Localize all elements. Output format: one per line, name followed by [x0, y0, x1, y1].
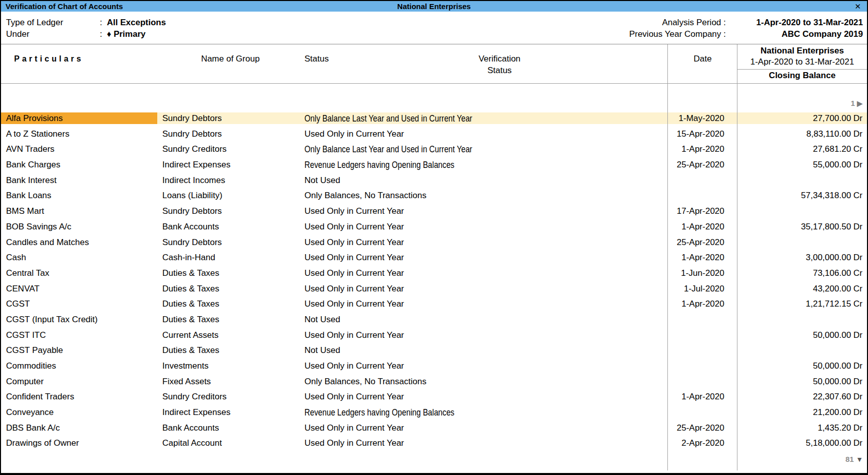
status-text-condensed: Revenue Ledgers having Opening Balances — [304, 406, 454, 418]
cell-date: 1-Jul-2020 — [668, 283, 737, 294]
cell-name-of-group: Cash-in-Hand — [157, 252, 303, 263]
type-of-ledger-row: Type of Ledger:All Exceptions — [6, 17, 166, 28]
cell-status: Used Only in Current Year — [303, 236, 668, 248]
cell-date: 1-Apr-2020 — [668, 391, 737, 402]
under-label: Under — [6, 28, 100, 40]
report-info-right: Analysis Period :1-Apr-2020 to 31-Mar-20… — [629, 17, 863, 44]
cell-date — [668, 376, 737, 387]
cell-particulars: Commodities — [1, 360, 157, 372]
cell-closing-balance — [737, 344, 867, 356]
cell-name-of-group: Bank Accounts — [157, 422, 303, 434]
cell-closing-balance — [737, 314, 867, 325]
cell-status: Used Only in Current Year — [303, 329, 668, 341]
cell-closing-balance — [737, 205, 867, 217]
cell-date: 15-Apr-2020 — [668, 128, 737, 140]
cell-name-of-group: Sundry Creditors — [157, 391, 303, 402]
cell-closing-balance: 55,000.00 Dr — [737, 159, 867, 170]
cell-status: Only Balances, No Transactions — [303, 376, 668, 387]
cell-status: Used Only in Current Year — [303, 205, 668, 217]
cell-name-of-group: Bank Accounts — [157, 221, 303, 232]
report-info-header: Type of Ledger:All Exceptions Under:♦ Pr… — [1, 12, 867, 44]
page-indicator-top[interactable]: 1 ▶ — [851, 99, 862, 107]
cell-closing-balance: 50,000.00 Dr — [737, 329, 867, 341]
cell-name-of-group: Sundry Debtors — [157, 236, 303, 248]
cell-status: Used Only in Current Year — [303, 422, 668, 434]
analysis-period-label: Analysis Period : — [662, 18, 726, 27]
cell-particulars: CGST ITC — [1, 329, 157, 341]
cell-closing-balance: 50,000.00 Dr — [737, 360, 867, 372]
cell-date: 1-Jun-2020 — [668, 267, 737, 279]
cell-name-of-group: Sundry Creditors — [157, 143, 303, 155]
col-header-status: Status — [303, 44, 331, 83]
cell-date: 1-May-2020 — [668, 112, 737, 124]
cell-closing-balance: 73,106.00 Cr — [737, 267, 867, 279]
title-company-name: National Enterprises — [397, 2, 471, 11]
cell-status: Revenue Ledgers having Opening Balances — [303, 406, 668, 418]
cell-closing-balance: 3,00,000.00 Dr — [737, 252, 867, 263]
cell-name-of-group: Capital Account — [157, 437, 303, 449]
cell-particulars: BMS Mart — [1, 205, 157, 217]
status-text-condensed: Only Balance Last Year and Used in Curre… — [304, 112, 472, 124]
cell-name-of-group: Duties & Taxes — [157, 283, 303, 294]
page-indicator-bottom[interactable]: 81 ▼ — [845, 455, 863, 463]
cell-name-of-group: Fixed Assets — [157, 376, 303, 387]
close-icon[interactable]: ✕ — [854, 2, 861, 11]
report-info-left: Type of Ledger:All Exceptions Under:♦ Pr… — [6, 17, 166, 44]
closing-balance-period: 1-Apr-2020 to 31-Mar-2021 — [737, 56, 867, 68]
cell-date — [668, 174, 737, 186]
cell-particulars: CGST (Input Tax Credit) — [1, 314, 157, 325]
analysis-period-row: Analysis Period :1-Apr-2020 to 31-Mar-20… — [629, 17, 863, 28]
cell-closing-balance: 57,34,318.00 Cr — [737, 190, 867, 201]
cell-name-of-group: Loans (Liability) — [157, 190, 303, 201]
col-header-particulars: Particulars — [1, 44, 157, 83]
cell-status: Used Only in Current Year — [303, 252, 668, 263]
cell-particulars: Candles and Matches — [1, 236, 157, 248]
cell-name-of-group: Duties & Taxes — [157, 314, 303, 325]
cell-name-of-group: Sundry Debtors — [157, 112, 303, 124]
cell-name-of-group: Duties & Taxes — [157, 344, 303, 356]
cell-status: Used Only in Current Year — [303, 267, 668, 279]
analysis-period-value: 1-Apr-2020 to 31-Mar-2021 — [726, 17, 863, 28]
cell-status: Only Balance Last Year and Used in Curre… — [303, 143, 668, 155]
type-of-ledger-value[interactable]: All Exceptions — [107, 18, 166, 27]
col-header-name-of-group: Name of Group — [157, 44, 303, 83]
cell-status: Revenue Ledgers having Opening Balances — [303, 159, 668, 170]
closing-balance-title: Closing Balance — [737, 69, 867, 82]
cell-closing-balance: 8,83,110.00 Dr — [737, 128, 867, 140]
cell-status: Used Only in Current Year — [303, 298, 668, 310]
cell-name-of-group: Indirect Incomes — [157, 174, 303, 186]
cell-closing-balance: 43,200.00 Cr — [737, 283, 867, 294]
page-number-bottom: 81 — [845, 455, 854, 463]
cell-closing-balance: 50,000.00 Dr — [737, 376, 867, 387]
under-value[interactable]: ♦ Primary — [107, 29, 146, 39]
cell-closing-balance: 27,700.00 Dr — [737, 112, 867, 124]
cell-particulars: Cash — [1, 252, 157, 263]
cell-date: 25-Apr-2020 — [668, 422, 737, 434]
cell-closing-balance: 35,17,800.50 Dr — [737, 221, 867, 232]
col-header-closing-balance: National Enterprises 1-Apr-2020 to 31-Ma… — [737, 44, 867, 83]
cell-status: Not Used — [303, 174, 668, 186]
cell-name-of-group: Duties & Taxes — [157, 267, 303, 279]
cell-closing-balance: 21,200.00 Dr — [737, 406, 867, 418]
cell-date — [668, 406, 737, 418]
cell-status: Not Used — [303, 344, 668, 356]
cell-particulars: CENVAT — [1, 283, 157, 294]
cell-particulars: DBS Bank A/c — [1, 422, 157, 434]
scroll-down-icon[interactable]: ▼ — [856, 455, 863, 463]
col-header-date: Date — [668, 44, 737, 83]
cell-status: Used Only in Current Year — [303, 360, 668, 372]
scroll-right-icon[interactable]: ▶ — [857, 99, 862, 107]
cell-name-of-group: Investments — [157, 360, 303, 372]
cell-name-of-group: Indirect Expenses — [157, 159, 303, 170]
cell-date: 1-Apr-2020 — [668, 221, 737, 232]
type-of-ledger-label: Type of Ledger — [6, 17, 100, 28]
status-text-condensed: Revenue Ledgers having Opening Balances — [304, 159, 454, 170]
closing-balance-company: National Enterprises — [737, 45, 867, 56]
cell-status: Used Only in Current Year — [303, 128, 668, 140]
cell-particulars: Bank Interest — [1, 174, 157, 186]
cell-date — [668, 190, 737, 201]
column-divider-date — [667, 44, 668, 470]
separator-colon: : — [100, 28, 107, 40]
cell-name-of-group: Current Assets — [157, 329, 303, 341]
cell-particulars: Bank Loans — [1, 190, 157, 201]
